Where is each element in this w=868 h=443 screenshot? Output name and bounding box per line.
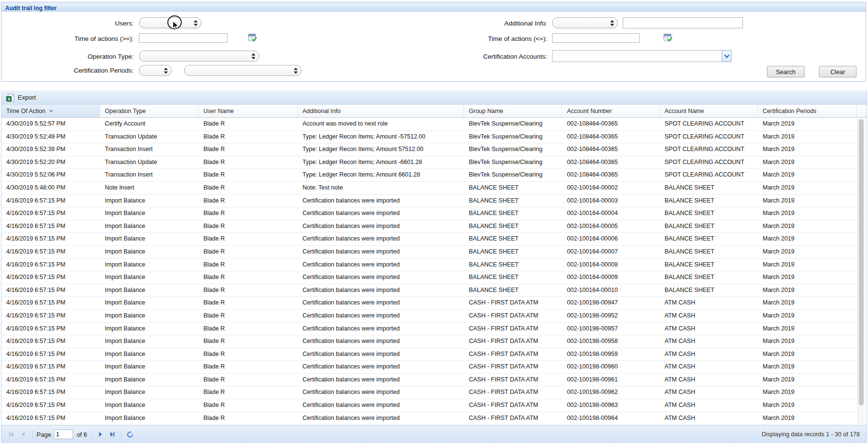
vertical-scrollbar[interactable] xyxy=(857,118,865,425)
table-row[interactable]: 4/16/2019 6:57:15 PMImport BalanceBlade … xyxy=(1,220,867,233)
page-prev-button[interactable] xyxy=(19,430,27,439)
cell-time-of-action: 4/16/2019 6:57:15 PM xyxy=(1,374,100,386)
certification-accounts-dropdown-trigger[interactable] xyxy=(722,50,731,62)
column-header-account-name[interactable]: Account Name xyxy=(660,105,758,117)
svg-text:X: X xyxy=(8,96,11,101)
paging-toolbar: Page of 6 Displaying data records 1 - 30… xyxy=(1,425,867,443)
clear-button[interactable]: Clear xyxy=(819,66,856,77)
scrollbar-thumb[interactable] xyxy=(859,119,864,405)
table-row[interactable]: 4/16/2019 6:57:15 PMImport BalanceBlade … xyxy=(1,284,867,297)
page-first-button[interactable] xyxy=(7,430,16,439)
search-button[interactable]: Search xyxy=(767,66,805,77)
table-row[interactable]: 4/30/2019 5:52:06 PMTransaction InsertBl… xyxy=(1,169,867,182)
column-header-additional-info[interactable]: Additional Info xyxy=(298,105,464,117)
table-row[interactable]: 4/16/2019 6:57:15 PMImport BalanceBlade … xyxy=(1,386,867,399)
column-header-label: Time Of Action xyxy=(6,108,46,114)
time-to-calendar-icon[interactable] xyxy=(663,33,673,42)
time-to-label: Time of actions (<=): xyxy=(467,35,547,42)
cell-time-of-action: 4/16/2019 6:57:15 PM xyxy=(1,271,100,284)
table-row[interactable]: 4/16/2019 6:57:15 PMImport BalanceBlade … xyxy=(1,412,867,425)
cell-time-of-action: 4/16/2019 6:57:15 PM xyxy=(1,412,100,425)
column-header-group-name[interactable]: Group Name xyxy=(464,105,562,117)
cell-group-name: CASH - FIRST DATA ATM xyxy=(464,386,562,399)
cell-certification-periods: March 2019 xyxy=(758,271,857,284)
cell-account-name: SPOT CLEARING ACCOUNT xyxy=(660,131,758,143)
cell-additional-info: Type: Ledger Recon Items; Amount 57512.0… xyxy=(298,143,464,156)
table-row[interactable]: 4/30/2019 5:52:49 PMTransaction UpdateBl… xyxy=(1,131,867,144)
cell-additional-info: Certification balances were imported xyxy=(298,412,464,425)
page-last-button[interactable] xyxy=(108,430,116,439)
table-row[interactable]: 4/16/2019 6:57:15 PMImport BalanceBlade … xyxy=(1,259,867,272)
cell-user-name: Blade R xyxy=(199,182,298,194)
cell-group-name: BALANCE SHEET xyxy=(464,284,562,297)
table-row[interactable]: 4/16/2019 6:57:15 PMImport BalanceBlade … xyxy=(1,323,867,336)
cell-certification-periods: March 2019 xyxy=(758,143,857,156)
cell-user-name: Blade R xyxy=(199,297,298,309)
table-row[interactable]: 4/16/2019 6:57:15 PMImport BalanceBlade … xyxy=(1,374,867,387)
column-header-label: User Name xyxy=(203,108,234,114)
cell-account-number: 002-100198-00957 xyxy=(562,323,660,335)
cell-account-number: 002-100198-00963 xyxy=(562,399,660,412)
export-button[interactable]: X Export xyxy=(6,93,36,102)
table-row[interactable]: 4/16/2019 6:57:15 PMImport BalanceBlade … xyxy=(1,195,867,208)
select-updown-arrows-icon xyxy=(164,67,168,74)
table-row[interactable]: 4/30/2019 5:48:00 PMNote InsertBlade RNo… xyxy=(1,182,867,195)
table-row[interactable]: 4/30/2019 5:52:20 PMTransaction UpdateBl… xyxy=(1,156,867,169)
certification-periods-label: Certification Periods: xyxy=(59,67,134,74)
cell-account-number: 002-100164-00008 xyxy=(562,259,660,271)
audit-trail-page: Audit trail log filter Users: Time of ac… xyxy=(0,0,868,443)
page-next-button[interactable] xyxy=(96,430,105,439)
cell-additional-info: Certification balances were imported xyxy=(298,271,464,284)
table-row[interactable]: 4/16/2019 6:57:15 PMImport BalanceBlade … xyxy=(1,233,867,246)
certification-period-month-select[interactable] xyxy=(139,65,172,76)
cell-operation-type: Import Balance xyxy=(100,220,199,233)
operation-type-select[interactable] xyxy=(139,51,259,62)
cell-account-number: 002-108464-00365 xyxy=(562,156,660,169)
additional-info-select[interactable] xyxy=(552,17,618,28)
column-header-label: Account Number xyxy=(567,108,612,114)
page-number-input[interactable] xyxy=(54,430,73,439)
table-row[interactable]: 4/16/2019 6:57:15 PMImport BalanceBlade … xyxy=(1,246,867,259)
column-header-account-number[interactable]: Account Number xyxy=(562,105,660,117)
time-to-input[interactable] xyxy=(552,33,640,43)
column-header-time-of-action[interactable]: Time Of Action xyxy=(1,105,100,117)
cell-operation-type: Import Balance xyxy=(100,412,199,425)
table-row[interactable]: 4/16/2019 6:57:15 PMImport BalanceBlade … xyxy=(1,271,867,284)
column-header-operation-type[interactable]: Operation Type xyxy=(100,105,199,117)
cell-certification-periods: March 2019 xyxy=(758,220,857,233)
column-header-certification-periods[interactable]: Certification Periods xyxy=(758,105,857,117)
table-row[interactable]: 4/16/2019 6:57:15 PMImport BalanceBlade … xyxy=(1,207,867,220)
cell-time-of-action: 4/16/2019 6:57:15 PM xyxy=(1,259,100,271)
cell-account-number: 002-100164-00004 xyxy=(562,207,660,220)
cell-account-name: SPOT CLEARING ACCOUNT xyxy=(660,169,758,181)
table-row[interactable]: 4/16/2019 6:57:15 PMImport BalanceBlade … xyxy=(1,335,867,348)
time-from-calendar-icon[interactable] xyxy=(248,33,257,42)
certification-period-select[interactable] xyxy=(184,65,302,76)
column-header-label: Account Name xyxy=(665,108,704,114)
cell-certification-periods: March 2019 xyxy=(758,195,857,207)
cell-account-number: 002-100198-00958 xyxy=(562,335,660,348)
table-row[interactable]: 4/16/2019 6:57:15 PMImport BalanceBlade … xyxy=(1,361,867,374)
cell-account-number: 002-100164-00009 xyxy=(562,271,660,284)
cell-operation-type: Import Balance xyxy=(100,271,199,284)
cell-operation-type: Import Balance xyxy=(100,399,199,412)
cell-user-name: Blade R xyxy=(199,310,298,322)
panel-title: Audit trail log filter xyxy=(5,5,57,12)
time-from-input[interactable] xyxy=(139,33,227,43)
cell-account-name: SPOT CLEARING ACCOUNT xyxy=(660,143,758,156)
cell-account-number: 002-100164-00005 xyxy=(562,220,660,233)
column-header-label: Operation Type xyxy=(105,108,146,114)
refresh-button[interactable] xyxy=(126,430,134,439)
additional-info-input[interactable] xyxy=(623,17,743,28)
table-row[interactable]: 4/30/2019 5:52:39 PMTransaction InsertBl… xyxy=(1,143,867,156)
certification-accounts-input[interactable] xyxy=(552,50,722,62)
table-row[interactable]: 4/16/2019 6:57:15 PMImport BalanceBlade … xyxy=(1,399,867,412)
cell-operation-type: Transaction Insert xyxy=(100,169,199,181)
column-header-user-name[interactable]: User Name xyxy=(199,105,298,117)
cell-user-name: Blade R xyxy=(199,284,298,297)
table-row[interactable]: 4/16/2019 6:57:15 PMImport BalanceBlade … xyxy=(1,348,867,361)
table-row[interactable]: 4/30/2019 5:52:57 PMCertify AccountBlade… xyxy=(1,118,867,131)
table-row[interactable]: 4/16/2019 6:57:15 PMImport BalanceBlade … xyxy=(1,297,867,310)
table-row[interactable]: 4/16/2019 6:57:15 PMImport BalanceBlade … xyxy=(1,310,867,323)
cell-additional-info: Certification balances were imported xyxy=(298,348,464,361)
